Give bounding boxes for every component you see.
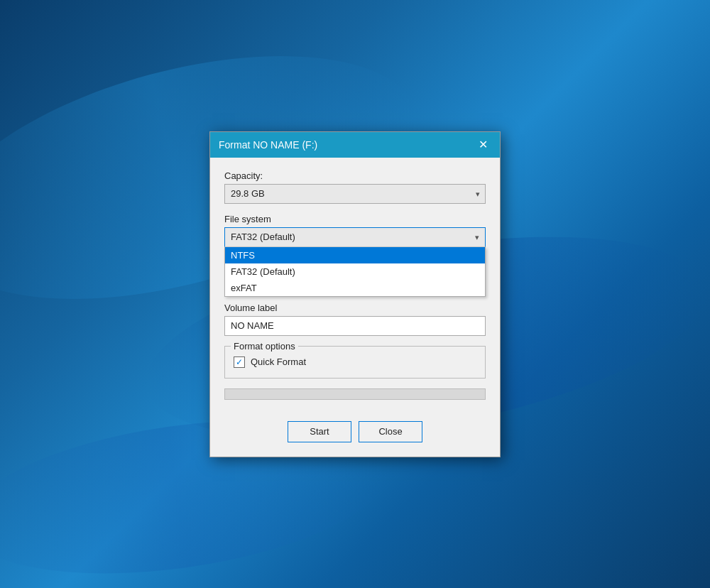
filesystem-field-group: File system FAT32 (Default) ▾ NTFS FAT32… xyxy=(224,214,486,247)
close-window-button[interactable]: ✕ xyxy=(474,136,491,153)
format-dialog: Format NO NAME (F:) ✕ Capacity: 29.8 GB … xyxy=(209,131,501,457)
close-button[interactable]: Close xyxy=(359,421,422,442)
filesystem-option-fat32[interactable]: FAT32 (Default) xyxy=(225,263,485,280)
dialog-title: Format NO NAME (F:) xyxy=(219,139,317,151)
progress-area xyxy=(224,388,486,400)
filesystem-label: File system xyxy=(224,214,486,224)
dialog-titlebar: Format NO NAME (F:) ✕ xyxy=(210,132,500,158)
quick-format-row: ✓ Quick Format xyxy=(234,356,476,368)
capacity-dropdown[interactable]: 29.8 GB xyxy=(224,184,486,204)
dialog-footer: Start Close xyxy=(210,414,500,457)
volume-label-input[interactable] xyxy=(224,316,486,336)
quick-format-checkbox[interactable]: ✓ xyxy=(234,356,245,368)
format-options-groupbox: Format options ✓ Quick Format xyxy=(224,346,486,379)
filesystem-selected-value: FAT32 (Default) xyxy=(231,232,295,242)
volume-label-field-group: Volume label xyxy=(224,303,486,336)
format-options-legend: Format options xyxy=(231,341,298,352)
filesystem-option-ntfs[interactable]: NTFS xyxy=(225,247,485,263)
dialog-overlay: Format NO NAME (F:) ✕ Capacity: 29.8 GB … xyxy=(0,0,710,588)
filesystem-option-exfat[interactable]: exFAT xyxy=(225,280,485,296)
start-button[interactable]: Start xyxy=(288,421,351,442)
volume-label-label: Volume label xyxy=(224,303,486,313)
capacity-dropdown-wrapper: 29.8 GB ▾ xyxy=(224,184,486,204)
quick-format-label: Quick Format xyxy=(251,356,306,367)
progress-bar-container xyxy=(224,388,486,400)
capacity-field-group: Capacity: 29.8 GB ▾ xyxy=(224,170,486,204)
dialog-body: Capacity: 29.8 GB ▾ File system FAT32 (D… xyxy=(210,158,500,414)
filesystem-dropdown-arrow-icon: ▾ xyxy=(475,232,479,241)
filesystem-dropdown-container: FAT32 (Default) ▾ NTFS FAT32 (Default) e… xyxy=(224,227,486,247)
filesystem-dropdown-list: NTFS FAT32 (Default) exFAT xyxy=(224,247,486,297)
filesystem-select-box[interactable]: FAT32 (Default) ▾ xyxy=(224,227,486,247)
capacity-label: Capacity: xyxy=(224,170,486,181)
